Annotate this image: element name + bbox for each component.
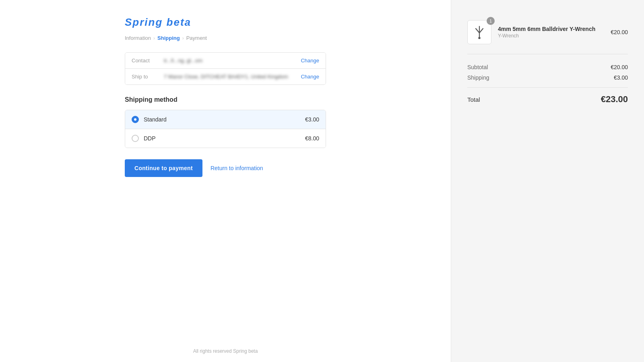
product-image-wrap: 1 — [467, 20, 491, 44]
subtotal-label: Subtotal — [467, 64, 488, 70]
product-price: €20.00 — [611, 29, 628, 35]
svg-line-3 — [479, 29, 483, 33]
shipping-options: Standard €3.00 DDP €8.00 — [125, 110, 326, 148]
shipping-label: Shipping — [467, 74, 489, 81]
radio-standard — [132, 116, 139, 123]
option-standard-price: €3.00 — [305, 116, 319, 123]
shipping-method-section: Shipping method Standard €3.00 DDP €8.00 — [125, 96, 326, 148]
contact-value: tr...fi...ng..gl...om — [164, 58, 301, 64]
left-panel: Spring beta Information › Shipping › Pay… — [0, 0, 451, 362]
order-summary-panel: 1 4mm 5mm 6mm Balldriver Y-Wrench Y-Wren… — [451, 0, 644, 362]
shipping-option-standard[interactable]: Standard €3.00 — [125, 110, 326, 129]
breadcrumb-shipping: Shipping — [157, 35, 180, 41]
shipping-option-ddp[interactable]: DDP €8.00 — [125, 129, 326, 148]
shipping-method-title: Shipping method — [125, 96, 326, 103]
total-label: Total — [467, 96, 480, 103]
price-summary: Subtotal €20.00 Shipping €3.00 — [467, 64, 628, 81]
product-info: 4mm 5mm 6mm Balldriver Y-Wrench Y-Wrench — [498, 26, 604, 39]
contact-change-link[interactable]: Change — [301, 58, 319, 64]
ship-to-row: Ship to 7 Manor Close, DITCHEAT BA4DY1, … — [125, 68, 326, 84]
product-item: 1 4mm 5mm 6mm Balldriver Y-Wrench Y-Wren… — [467, 20, 628, 54]
product-subtitle: Y-Wrench — [498, 33, 604, 39]
chevron-right-icon-2: › — [182, 35, 184, 41]
y-wrench-icon — [472, 25, 487, 39]
option-standard-label: Standard — [144, 116, 305, 123]
continue-to-payment-button[interactable]: Continue to payment — [125, 159, 202, 177]
breadcrumb-information[interactable]: Information — [125, 35, 151, 41]
ship-to-label: Ship to — [132, 74, 164, 80]
chevron-right-icon: › — [153, 35, 155, 41]
contact-row: Contact tr...fi...ng..gl...om Change — [125, 53, 326, 68]
product-quantity-badge: 1 — [487, 17, 495, 25]
svg-line-2 — [476, 29, 479, 33]
option-ddp-price: €8.00 — [305, 135, 319, 142]
svg-point-4 — [478, 37, 480, 39]
ship-to-change-link[interactable]: Change — [301, 74, 319, 80]
option-ddp-label: DDP — [144, 135, 305, 142]
radio-ddp — [132, 135, 139, 142]
shipping-row: Shipping €3.00 — [467, 74, 628, 81]
store-logo: Spring beta — [125, 16, 326, 29]
shipping-value: €3.00 — [614, 74, 628, 81]
breadcrumb: Information › Shipping › Payment — [125, 35, 326, 41]
subtotal-row: Subtotal €20.00 — [467, 64, 628, 70]
breadcrumb-payment: Payment — [186, 35, 207, 41]
actions-bar: Continue to payment Return to informatio… — [125, 159, 326, 177]
customer-info-box: Contact tr...fi...ng..gl...om Change Shi… — [125, 52, 326, 85]
contact-label: Contact — [132, 58, 164, 64]
page-footer: All rights reserved Spring beta — [0, 348, 451, 354]
ship-to-value: 7 Manor Close, DITCHEAT BA4DY1, United K… — [164, 74, 301, 80]
product-name: 4mm 5mm 6mm Balldriver Y-Wrench — [498, 26, 604, 32]
return-to-information-link[interactable]: Return to information — [211, 165, 263, 171]
footer-text: All rights reserved Spring beta — [193, 348, 258, 354]
total-value: €23.00 — [601, 94, 628, 105]
subtotal-value: €20.00 — [611, 64, 628, 70]
total-row: Total €23.00 — [467, 87, 628, 105]
